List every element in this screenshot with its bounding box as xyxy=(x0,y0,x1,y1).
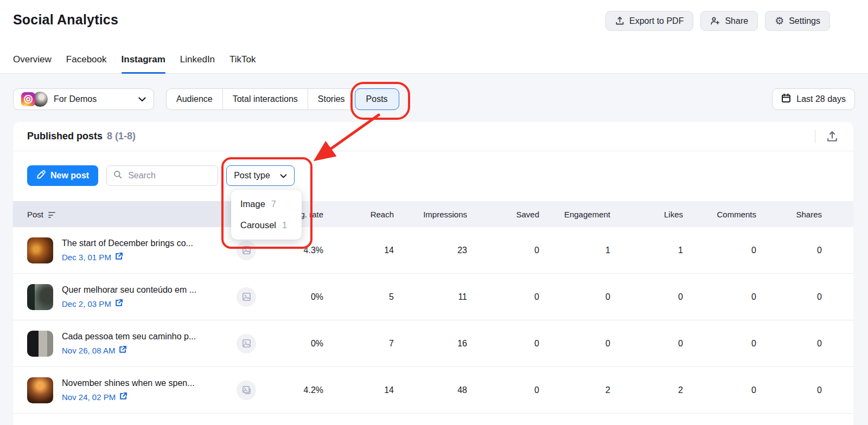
export-pdf-label: Export to PDF xyxy=(629,16,684,26)
share-button[interactable]: Share xyxy=(700,11,758,31)
chevron-down-icon xyxy=(138,94,146,104)
table-header-row: Post Eng. rate Reach Impressions Saved E… xyxy=(13,201,853,227)
cell-saved: 0 xyxy=(467,367,539,414)
cell-impressions: 11 xyxy=(394,274,467,320)
channel-tabs: Overview Facebook Instagram LinkedIn Tik… xyxy=(0,54,269,73)
cell-saved: 0 xyxy=(467,320,539,367)
post-type-label: Post type xyxy=(234,171,270,181)
post-type-image-icon xyxy=(237,334,256,353)
cell-likes: 2 xyxy=(610,367,683,414)
post-date-link[interactable]: Dec 3, 01 PM xyxy=(62,252,193,262)
cell-shares: 0 xyxy=(756,227,822,274)
tab-instagram[interactable]: Instagram xyxy=(122,54,165,73)
posts-toolbar: New post Post type xyxy=(27,165,839,186)
cell-saved: 0 xyxy=(467,227,539,274)
cell-comments: 0 xyxy=(683,227,756,274)
export-icon xyxy=(615,16,624,25)
instagram-icon xyxy=(21,92,35,106)
post-title: Quer melhorar seu conteúdo em ... xyxy=(62,285,196,295)
table-row: Cada pessoa tem seu caminho p... Nov 26,… xyxy=(13,320,853,367)
page-title: Social Analytics xyxy=(13,11,118,28)
cell-likes: 0 xyxy=(610,320,683,367)
post-title: The start of December brings co... xyxy=(62,239,193,248)
post-date-link[interactable]: Nov 24, 02 PM xyxy=(62,392,195,402)
post-thumbnail[interactable] xyxy=(27,331,53,357)
column-spacer xyxy=(822,201,853,227)
post-cell: Cada pessoa tem seu caminho p... Nov 26,… xyxy=(13,320,269,367)
segment-total-interactions[interactable]: Total interactions xyxy=(223,89,308,110)
cell-likes: 0 xyxy=(610,274,683,320)
tab-linkedin[interactable]: LinkedIn xyxy=(180,54,215,73)
cell-engagement: 0 xyxy=(539,320,610,367)
menu-item-carousel-count: 1 xyxy=(282,220,287,230)
export-table-button[interactable] xyxy=(825,130,839,144)
menu-item-carousel[interactable]: Carousel 1 xyxy=(231,215,302,236)
social-analytics-page: Social Analytics Export to PDF xyxy=(0,0,868,425)
column-engagement[interactable]: Engagement xyxy=(539,201,610,227)
post-type-menu: Image 7 Carousel 1 xyxy=(231,190,302,240)
cell-engagement: 1 xyxy=(539,227,610,274)
settings-button[interactable]: ⚙ Settings xyxy=(765,11,830,31)
cell-engagement: 0 xyxy=(539,274,610,320)
post-thumbnail[interactable] xyxy=(27,377,53,403)
external-link-icon xyxy=(115,252,123,262)
tab-overview[interactable]: Overview xyxy=(13,54,52,73)
column-comments[interactable]: Comments xyxy=(683,201,756,227)
cell-eng-rate: 0% xyxy=(269,320,323,367)
posts-table: Post Eng. rate Reach Impressions Saved E… xyxy=(13,201,853,413)
top-bar: Social Analytics Export to PDF xyxy=(0,0,868,74)
export-pdf-button[interactable]: Export to PDF xyxy=(605,11,693,31)
menu-item-image-count: 7 xyxy=(271,199,276,209)
tab-facebook[interactable]: Facebook xyxy=(66,54,107,73)
post-type-image-icon xyxy=(237,241,256,260)
post-date-label: Dec 3, 01 PM xyxy=(62,253,111,262)
cell-comments: 0 xyxy=(683,320,756,367)
post-title: November shines when we spen... xyxy=(62,378,195,388)
table-row-partial xyxy=(13,413,853,425)
cell-saved: 0 xyxy=(467,274,539,320)
new-post-label: New post xyxy=(50,171,89,181)
post-cell: Quer melhorar seu conteúdo em ... Dec 2,… xyxy=(13,274,269,320)
search-input[interactable] xyxy=(127,170,200,181)
search-icon xyxy=(113,170,122,181)
cell-eng-rate: 4.2% xyxy=(269,367,323,414)
cell-comments: 0 xyxy=(683,367,756,414)
column-reach[interactable]: Reach xyxy=(323,201,394,227)
post-date-link[interactable]: Dec 2, 03 PM xyxy=(62,299,196,308)
view-segmented-control: Audience Total interactions Stories Post… xyxy=(166,88,399,110)
post-thumbnail[interactable] xyxy=(27,284,53,310)
cell-impressions: 16 xyxy=(394,320,467,367)
date-range-button[interactable]: Last 28 days xyxy=(772,88,855,110)
share-label: Share xyxy=(725,16,748,26)
post-date-label: Nov 26, 08 AM xyxy=(62,346,115,355)
divider xyxy=(815,130,815,143)
account-selector[interactable]: For Demos xyxy=(13,88,154,110)
account-name: For Demos xyxy=(54,94,138,104)
column-impressions[interactable]: Impressions xyxy=(394,201,467,227)
post-thumbnail[interactable] xyxy=(27,237,53,263)
segment-audience[interactable]: Audience xyxy=(167,89,223,110)
post-type-dropdown-button[interactable]: Post type xyxy=(226,165,295,186)
cell-reach: 7 xyxy=(323,320,394,367)
menu-item-image[interactable]: Image 7 xyxy=(231,194,302,215)
search-field xyxy=(106,165,218,186)
cell-likes: 1 xyxy=(610,227,683,274)
post-date-label: Dec 2, 03 PM xyxy=(62,299,111,308)
sort-icon xyxy=(48,212,55,218)
post-date-link[interactable]: Nov 26, 08 AM xyxy=(62,345,196,355)
column-saved[interactable]: Saved xyxy=(467,201,539,227)
column-likes[interactable]: Likes xyxy=(610,201,683,227)
segment-posts[interactable]: Posts xyxy=(355,88,399,110)
filter-row: For Demos Audience Total interactions St… xyxy=(13,88,855,110)
header-actions: Export to PDF Share ⚙ Settings xyxy=(605,11,830,31)
cell-shares: 0 xyxy=(756,320,822,367)
calendar-icon xyxy=(781,93,791,105)
card-count: 8 (1-8) xyxy=(107,131,136,142)
column-shares[interactable]: Shares xyxy=(756,201,822,227)
post-cell: November shines when we spen... Nov 24, … xyxy=(13,367,269,414)
new-post-button[interactable]: New post xyxy=(27,165,98,186)
tab-tiktok[interactable]: TikTok xyxy=(229,54,256,73)
external-link-icon xyxy=(119,392,127,402)
segment-stories[interactable]: Stories xyxy=(308,89,355,110)
post-title: Cada pessoa tem seu caminho p... xyxy=(62,332,196,342)
